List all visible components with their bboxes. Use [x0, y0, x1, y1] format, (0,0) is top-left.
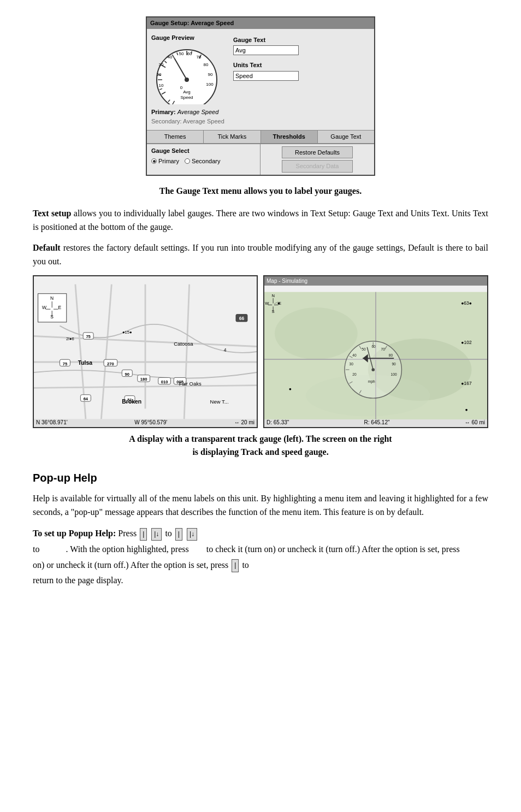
popup-heading: Pop-up Help [33, 470, 488, 486]
svg-text:Catoosa: Catoosa [174, 340, 193, 346]
svg-text:80: 80 [204, 62, 209, 67]
popup-setup-text4: to [33, 544, 39, 554]
paragraph-text-setup: Text setup allows you to individually la… [33, 206, 488, 234]
svg-text:80: 80 [389, 353, 393, 357]
svg-text:50: 50 [179, 51, 184, 56]
radio-secondary-label: Secondary [192, 157, 221, 166]
tab-gauge-text[interactable]: Gauge Text [318, 131, 374, 143]
dialog-title-bar: Gauge Setup: Average Speed [147, 17, 374, 29]
gauge-select-section: Gauge Select Primary Secondary [147, 144, 260, 175]
para2-intro: Default [33, 243, 61, 252]
popup-btn5[interactable]: | [232, 559, 239, 572]
secondary-row: Secondary: Average Speed [151, 117, 228, 126]
popup-setup-on: on) or uncheck it (turn off.) After the … [33, 560, 228, 570]
popup-setup-to2: to [242, 560, 248, 570]
radio-secondary-dot [185, 158, 190, 164]
svg-text:100: 100 [206, 82, 214, 87]
svg-text:10: 10 [159, 83, 164, 88]
svg-text:180: 180 [140, 377, 147, 382]
svg-text:270: 270 [107, 361, 114, 366]
radio-primary-label: Primary [158, 157, 179, 166]
svg-text:mph: mph [368, 380, 375, 384]
svg-text:90: 90 [125, 372, 129, 377]
popup-setup-text5: . With the option highlighted, press [66, 544, 188, 554]
gauge-preview-section: Gauge Preview [151, 33, 228, 126]
gauge-text-label: Gauge Text [233, 35, 370, 45]
svg-text:●102: ●102 [461, 339, 472, 345]
radio-primary-dot [151, 158, 157, 164]
popup-btn2[interactable]: |↓ [151, 528, 162, 541]
popup-setup-label: To set up Popup Help: [33, 529, 116, 538]
svg-text:●: ● [465, 407, 467, 412]
right-map-svg: N E S W [264, 284, 487, 428]
maps-caption-line2: is displaying Track and speed gauge. [192, 447, 328, 457]
para1-body: allows you to individually label gauges.… [33, 209, 488, 232]
popup-btn3[interactable]: | [175, 528, 182, 541]
radio-secondary[interactable]: Secondary [185, 157, 221, 166]
svg-text:90: 90 [208, 72, 213, 77]
dialog-body: Gauge Preview [147, 29, 374, 131]
svg-text:90: 90 [392, 362, 396, 366]
svg-text:70: 70 [197, 55, 202, 60]
svg-text:70: 70 [381, 347, 385, 351]
svg-text:●167: ●167 [461, 381, 472, 386]
primary-label: Primary: [151, 109, 176, 115]
secondary-label: Secondary: [151, 118, 182, 125]
svg-text:●63●: ●63● [461, 300, 472, 306]
svg-text:New T...: New T... [210, 399, 229, 405]
svg-text:4: 4 [224, 347, 227, 353]
restore-defaults-button[interactable]: Restore Defaults [282, 146, 353, 159]
popup-btn1[interactable]: | [140, 528, 147, 541]
paragraph-default: Default restores the factory default set… [33, 241, 488, 269]
map-left: N 36°08.971' W 95°50.579' ↔ 20 mi [33, 275, 258, 428]
svg-text:Speed: Speed [180, 95, 193, 100]
gauge-text-section: Gauge Text Units Text [233, 33, 370, 126]
svg-text:75: 75 [86, 334, 90, 339]
popup-para: Help is available for virtually all of t… [33, 491, 488, 519]
para2-body: restores the factory default settings. I… [33, 243, 488, 266]
svg-text:100: 100 [391, 372, 397, 376]
maps-row: N 36°08.971' W 95°50.579' ↔ 20 mi [33, 275, 488, 428]
svg-text:N: N [50, 295, 54, 301]
left-map-svg: N E S W 75 75 270 90 180 010 005 [34, 276, 257, 427]
radio-primary[interactable]: Primary [151, 157, 179, 166]
svg-text:40: 40 [168, 55, 173, 60]
svg-text:Fair Oaks: Fair Oaks [179, 381, 202, 387]
svg-text:W: W [42, 305, 47, 310]
svg-text:Broken: Broken [122, 399, 141, 405]
gauge-select-title: Gauge Select [151, 146, 256, 156]
svg-text:64: 64 [84, 396, 88, 401]
svg-text:N: N [271, 293, 274, 298]
svg-text:20: 20 [352, 372, 357, 376]
svg-text:60: 60 [187, 51, 192, 56]
units-text-input[interactable] [233, 71, 299, 81]
svg-text:●: ● [289, 386, 292, 392]
popup-btn4[interactable]: |↓ [187, 528, 197, 541]
main-caption: The Gauge Text menu allows you to label … [33, 185, 488, 198]
svg-text:20: 20 [157, 72, 162, 77]
dialog-container: Gauge Setup: Average Speed Gauge Preview [33, 16, 488, 176]
popup-setup-para: To set up Popup Help: Press | |↓ to | |↓… [33, 526, 488, 589]
svg-text:0: 0 [180, 85, 183, 90]
secondary-value: Average Speed [183, 118, 224, 125]
svg-point-99 [371, 368, 375, 371]
svg-text:40: 40 [352, 353, 357, 357]
svg-text:E: E [58, 305, 62, 310]
maps-caption: A display with a transparent track gauge… [33, 432, 488, 459]
svg-text:W: W [265, 301, 269, 306]
gauge-svg: 10 20 30 40 50 60 70 80 90 100 0 Avg Spe… [151, 44, 222, 104]
gauge-preview-label: Gauge Preview [151, 33, 228, 43]
svg-text:75: 75 [63, 361, 67, 366]
right-buttons: Restore Defaults Secondary Data [260, 144, 374, 175]
secondary-data-button[interactable]: Secondary Data [282, 160, 353, 173]
dialog-bottom: Gauge Select Primary Secondary Restore D… [147, 144, 374, 175]
tab-themes[interactable]: Themes [147, 131, 204, 143]
dialog-tabs: Themes Tick Marks Thresholds Gauge Text [147, 130, 374, 144]
svg-text:66: 66 [239, 316, 245, 321]
gauge-setup-dialog: Gauge Setup: Average Speed Gauge Preview [146, 16, 375, 176]
tab-tick-marks[interactable]: Tick Marks [204, 131, 260, 143]
tab-thresholds[interactable]: Thresholds [261, 131, 318, 143]
maps-caption-line1: A display with a transparent track gauge… [129, 434, 392, 443]
svg-text:Tulsa: Tulsa [78, 360, 93, 366]
gauge-text-input[interactable] [233, 45, 299, 55]
